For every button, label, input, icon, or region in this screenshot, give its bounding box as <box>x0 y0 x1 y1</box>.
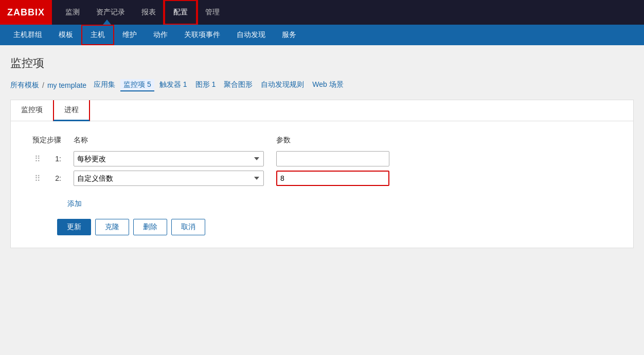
sub-nav-templates[interactable]: 模板 <box>50 25 81 45</box>
nav-item-admin[interactable]: 管理 <box>197 0 228 25</box>
update-button[interactable]: 更新 <box>57 219 91 235</box>
header-step: 预定步骤 <box>26 134 67 149</box>
nav-item-monitor[interactable]: 监测 <box>57 0 88 25</box>
header-name: 名称 <box>67 134 270 149</box>
sub-nav-services[interactable]: 服务 <box>274 25 305 45</box>
inner-tabs: 监控项 进程 <box>11 100 633 121</box>
tab-discovery-rules[interactable]: 自动发现规则 <box>258 79 307 91</box>
tab-app-sets[interactable]: 应用集 <box>91 79 118 91</box>
tab-web-scenarios[interactable]: Web 场景 <box>309 79 346 91</box>
table-header-row: 预定步骤 名称 参数 <box>26 134 396 149</box>
main-card: 监控项 进程 预定步骤 名称 参数 <box>10 100 634 248</box>
action-buttons: 更新 克隆 删除 取消 <box>57 219 618 235</box>
nav-item-reports[interactable]: 报表 <box>133 0 164 25</box>
logo: ZABBIX <box>0 0 52 25</box>
top-navigation: ZABBIX 监测 资产记录 报表 配置 管理 <box>0 0 644 25</box>
breadcrumb: 所有模板 / my template 应用集 监控项 5 触发器 1 图形 1 … <box>10 79 634 91</box>
inner-tab-process[interactable]: 进程 <box>53 100 90 121</box>
step-select-1[interactable]: 每秒更改 自定义倍数 <box>74 151 264 166</box>
drag-handle-2[interactable]: ⠿ <box>32 174 43 183</box>
header-param: 参数 <box>270 134 396 149</box>
step-label-1: 1: <box>49 149 67 169</box>
sub-nav-discovery[interactable]: 自动发现 <box>228 25 274 45</box>
table-row: ⠿ 1: 每秒更改 自定义倍数 <box>26 149 396 169</box>
param-input-2[interactable] <box>276 171 389 186</box>
sub-nav-hosts[interactable]: 主机 <box>81 25 114 45</box>
sub-nav-hostgroups[interactable]: 主机群组 <box>5 25 50 45</box>
page-title: 监控项 <box>10 55 634 71</box>
breadcrumb-current-template[interactable]: my template <box>47 81 86 89</box>
step-select-2[interactable]: 每秒更改 自定义倍数 <box>74 171 264 186</box>
cancel-button[interactable]: 取消 <box>171 219 205 235</box>
sub-nav-event-correlation[interactable]: 关联项事件 <box>176 25 228 45</box>
nav-item-config[interactable]: 配置 <box>164 0 197 25</box>
param-input-1[interactable] <box>276 151 389 166</box>
dropdown-arrow <box>103 20 111 25</box>
breadcrumb-tabs: 应用集 监控项 5 触发器 1 图形 1 聚合图形 自动发现规则 Web 场景 <box>91 79 347 91</box>
step-label-2: 2: <box>49 169 67 188</box>
add-step-link[interactable]: 添加 <box>67 199 82 209</box>
breadcrumb-separator: / <box>42 81 44 89</box>
steps-table: 预定步骤 名称 参数 ⠿ 1: <box>26 134 396 188</box>
table-row: ⠿ 2: 每秒更改 自定义倍数 <box>26 169 396 188</box>
drag-handle-1[interactable]: ⠿ <box>32 155 43 163</box>
sub-navigation: 主机群组 模板 主机 维护 动作 关联项事件 自动发现 服务 <box>0 25 644 45</box>
tab-triggers[interactable]: 触发器 1 <box>156 79 190 91</box>
form-area: 预定步骤 名称 参数 ⠿ 1: <box>11 121 633 248</box>
tab-aggregate-graphs[interactable]: 聚合图形 <box>221 79 256 91</box>
clone-button[interactable]: 克隆 <box>95 219 129 235</box>
delete-button[interactable]: 删除 <box>133 219 167 235</box>
sub-nav-actions[interactable]: 动作 <box>145 25 176 45</box>
tab-monitor-items[interactable]: 监控项 5 <box>120 79 154 91</box>
page-content: 监控项 所有模板 / my template 应用集 监控项 5 触发器 1 图… <box>0 45 644 258</box>
inner-tab-monitor-items[interactable]: 监控项 <box>11 100 53 121</box>
top-nav-items: 监测 资产记录 报表 配置 管理 <box>57 0 228 25</box>
breadcrumb-all-templates[interactable]: 所有模板 <box>10 81 39 90</box>
tab-graphs[interactable]: 图形 1 <box>192 79 219 91</box>
sub-nav-maintenance[interactable]: 维护 <box>114 25 145 45</box>
